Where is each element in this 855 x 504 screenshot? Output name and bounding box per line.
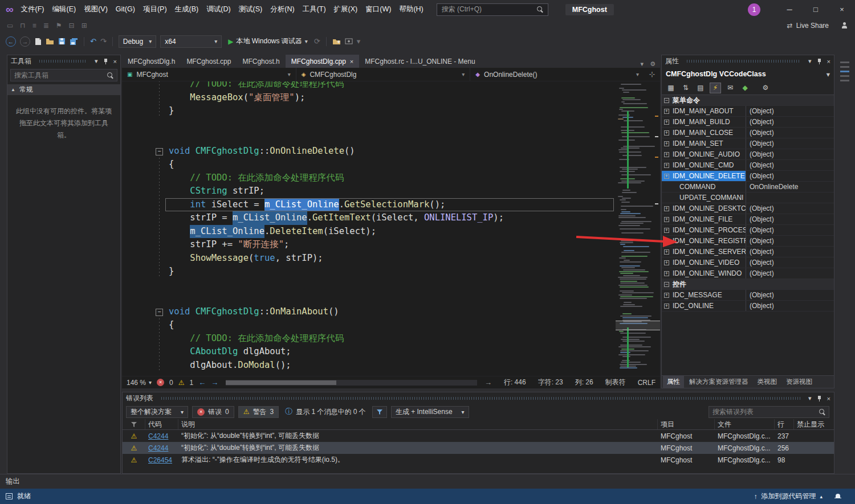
property-row[interactable]: +IDM_MAIN_CLOSE(Object) xyxy=(662,128,834,138)
error-code-link[interactable]: C4244 xyxy=(145,442,178,454)
add-item-folder-icon[interactable] xyxy=(332,38,341,45)
property-row[interactable]: COMMANDOnOnlineDelete xyxy=(662,182,834,192)
expand-cell[interactable]: + xyxy=(662,225,671,235)
tool-tab[interactable]: 资源视图 xyxy=(782,376,816,388)
breadcrumb-method-dropdown[interactable]: ◆ OnOnlineDelete() ▾ xyxy=(470,68,644,81)
quick-search-box[interactable]: 搜索 (Ctrl+Q) xyxy=(437,3,548,16)
expand-cell[interactable]: + xyxy=(662,301,671,311)
code-line[interactable]: dlgAbout.DoModal(); xyxy=(122,359,616,372)
code-line[interactable]: } xyxy=(122,265,616,278)
error-row[interactable]: ⚠C4244“初始化”: 从“double”转换到“int”, 可能丢失数据MF… xyxy=(123,430,834,442)
expand-cell[interactable]: + xyxy=(662,257,671,268)
toolbox-search-input[interactable]: 搜索工具箱 xyxy=(10,69,117,81)
expand-icon[interactable]: + xyxy=(664,293,669,298)
expand-icon[interactable]: + xyxy=(664,206,669,211)
menu-item[interactable]: 编辑(E) xyxy=(48,0,80,19)
scope-dropdown[interactable]: 整个解决方案 ▾ xyxy=(126,406,188,418)
expand-cell[interactable]: + xyxy=(662,117,671,127)
expand-cell[interactable]: + xyxy=(662,236,671,246)
start-debugging-button[interactable]: ▶ 本地 Windows 调试器 ▾ xyxy=(226,36,310,46)
menu-item[interactable]: 文件(F) xyxy=(17,0,48,19)
property-row[interactable]: +IDM_ONLINE_VIDEO(Object) xyxy=(662,257,834,268)
user-avatar[interactable]: 1 xyxy=(748,3,760,16)
expand-icon[interactable]: + xyxy=(664,174,669,179)
categorized-icon[interactable]: ▦ xyxy=(665,83,677,93)
chevron-down-icon[interactable]: ▾ xyxy=(95,58,98,65)
code-editor[interactable]: // TODO: 在此添加命令处理程序代码 MessageBox("桌面管理")… xyxy=(122,81,616,376)
property-row[interactable]: +IDM_ONLINE_CMD(Object) xyxy=(662,160,834,171)
code-line[interactable]: MessageBox("桌面管理"); xyxy=(122,91,616,105)
property-row[interactable]: +IDM_MAIN_ABOUT(Object) xyxy=(662,106,834,117)
close-icon[interactable]: × xyxy=(827,395,830,402)
column-header[interactable]: 说明 xyxy=(178,419,658,429)
error-row[interactable]: ⚠C26454算术溢出: “-”操作在编译时生成负的无符号结果(io.5)。MF… xyxy=(123,454,834,466)
properties-object-dropdown[interactable]: CMFCghostDlg VCCodeClass ▾ xyxy=(662,67,834,81)
overrides-icon[interactable]: ◆ xyxy=(739,83,751,93)
collapse-icon[interactable]: − xyxy=(664,282,669,287)
toolbar-overflow-icon[interactable]: ▾ xyxy=(357,37,361,46)
close-icon[interactable]: × xyxy=(827,58,830,65)
tool-tab[interactable]: 解决方案资源管理器 xyxy=(685,376,752,388)
property-row[interactable]: −控件 xyxy=(662,279,834,290)
property-row[interactable]: +IDM_ONLINE_WINDO(Object) xyxy=(662,268,834,279)
expand-cell[interactable]: + xyxy=(662,290,671,300)
code-line[interactable] xyxy=(122,118,616,132)
code-line[interactable]: strIP += "断开连接"; xyxy=(122,238,616,252)
tab-list-chevron-icon[interactable]: ▾ xyxy=(641,60,644,68)
code-line[interactable]: int iSelect = m_CList_Online.GetSelectio… xyxy=(122,198,616,212)
hot-reload-icon[interactable]: ⟳ xyxy=(314,37,320,46)
errors-filter-button[interactable]: × 错误 0 xyxy=(192,406,234,418)
code-line[interactable] xyxy=(122,278,616,292)
minimap-scrollbar[interactable] xyxy=(616,81,660,376)
menu-item[interactable]: 扩展(X) xyxy=(330,0,362,19)
horizontal-scrollbar[interactable] xyxy=(226,380,477,386)
pin-icon[interactable] xyxy=(817,58,822,65)
property-row[interactable]: +IDM_MAIN_SET(Object) xyxy=(662,138,834,149)
expand-cell[interactable]: + xyxy=(662,171,671,181)
alphabetical-icon[interactable]: ⇅ xyxy=(680,83,691,93)
code-line[interactable]: m_CList_Online.DeleteItem(iSelect); xyxy=(122,225,616,239)
code-line[interactable]: CAboutDlg dlgAbout; xyxy=(122,345,616,359)
source-filter-dropdown[interactable]: 生成 + IntelliSense ▾ xyxy=(391,406,469,418)
column-header[interactable]: 文件 xyxy=(715,419,775,429)
doc-tab[interactable]: MFCghostDlg.h xyxy=(122,55,181,68)
warnings-filter-button[interactable]: ⚠ 警告 3 xyxy=(238,406,279,418)
property-row[interactable]: +IDM_ONLINE_PROCES(Object) xyxy=(662,225,834,236)
expand-cell[interactable]: + xyxy=(662,247,671,257)
error-count-icon[interactable]: × xyxy=(157,379,164,386)
code-line[interactable]: void CMFCghostDlg::OnOnlineDelete() xyxy=(122,145,616,158)
save-all-icon[interactable] xyxy=(70,38,78,45)
code-line[interactable]: { xyxy=(122,158,616,171)
code-line[interactable]: CString strIP; xyxy=(122,185,616,198)
menu-item[interactable]: 调试(D) xyxy=(202,0,234,19)
menu-item[interactable]: 视图(V) xyxy=(80,0,112,19)
collapse-cell[interactable]: − xyxy=(662,279,671,289)
expand-cell[interactable]: + xyxy=(662,160,671,170)
property-row[interactable]: UPDATE_COMMANI xyxy=(662,192,834,203)
code-line[interactable]: strIP = m_CList_Online.GetItemText(iSele… xyxy=(122,211,616,225)
error-code-link[interactable]: C4244 xyxy=(145,430,178,442)
fold-collapse-icon[interactable] xyxy=(155,145,169,158)
minimap-slider[interactable] xyxy=(616,321,660,330)
split-editor-icon[interactable]: ⊹ xyxy=(644,70,660,79)
pin-icon[interactable] xyxy=(103,58,108,65)
property-row[interactable]: +IDM_ONLINE_REGISTR(Object) xyxy=(662,236,834,247)
warning-count-icon[interactable]: ⚠ xyxy=(178,379,185,387)
doc-tab[interactable]: MFCghost.h xyxy=(237,55,285,68)
breadcrumb-class-dropdown[interactable]: ◈ CMFCghostDlg ▾ xyxy=(296,68,471,81)
expand-icon[interactable]: + xyxy=(664,163,669,168)
guide-icon-5[interactable]: ⊟ xyxy=(69,22,75,30)
navigate-forward-button[interactable]: → xyxy=(20,36,30,47)
zoom-dropdown[interactable]: 146 % ▾ xyxy=(127,379,152,387)
code-line[interactable]: { xyxy=(122,318,616,332)
column-header[interactable]: 代码 xyxy=(145,419,178,429)
code-line[interactable] xyxy=(122,131,616,145)
property-row[interactable]: +IDM_ONLINE_SERVER(Object) xyxy=(662,247,834,257)
chevron-down-icon[interactable]: ▾ xyxy=(808,395,812,402)
column-header[interactable]: 禁止显示 xyxy=(794,419,834,429)
expand-icon[interactable]: + xyxy=(664,217,669,222)
screen-capture-icon[interactable] xyxy=(345,38,353,44)
menu-item[interactable]: Git(G) xyxy=(112,0,139,19)
pin-icon[interactable] xyxy=(817,395,822,402)
property-row[interactable]: +IDC_MESSAGE(Object) xyxy=(662,290,834,301)
